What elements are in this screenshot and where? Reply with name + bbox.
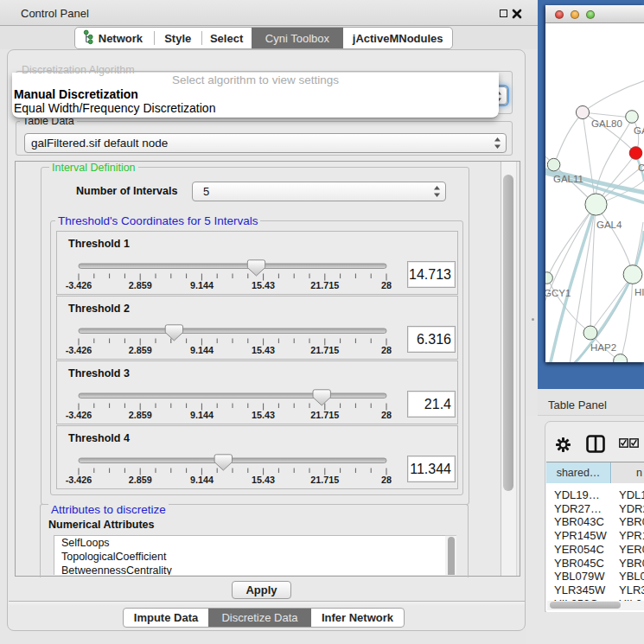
svg-text:GAL4: GAL4 [596, 220, 622, 230]
svg-text:9.144: 9.144 [190, 475, 214, 485]
svg-text:-3.426: -3.426 [66, 345, 92, 355]
svg-text:15.43: 15.43 [252, 345, 275, 355]
svg-text:28: 28 [381, 475, 392, 485]
svg-text:9.144: 9.144 [190, 345, 214, 355]
svg-text:-3.426: -3.426 [66, 475, 92, 485]
svg-text:21.715: 21.715 [310, 280, 339, 290]
svg-text:CD: CD [638, 163, 644, 173]
svg-text:2.859: 2.859 [129, 475, 152, 485]
svg-text:15.43: 15.43 [252, 410, 275, 420]
svg-text:15.43: 15.43 [252, 475, 275, 485]
svg-text:HAP2: HAP2 [590, 342, 616, 353]
svg-text:15.43: 15.43 [252, 280, 275, 290]
svg-text:2.859: 2.859 [129, 345, 152, 355]
svg-text:9.144: 9.144 [190, 280, 214, 290]
svg-text:GAL8: GAL8 [634, 125, 644, 136]
svg-text:21.715: 21.715 [310, 475, 339, 485]
svg-text:-3.426: -3.426 [66, 410, 92, 420]
svg-text:21.715: 21.715 [310, 410, 339, 420]
svg-text:2.859: 2.859 [129, 410, 152, 420]
svg-text:-3.426: -3.426 [66, 280, 92, 290]
svg-text:GAL80: GAL80 [591, 118, 622, 129]
svg-text:GAL11: GAL11 [553, 174, 583, 184]
svg-text:21.715: 21.715 [310, 345, 339, 355]
svg-text:28: 28 [381, 280, 392, 290]
svg-text:9.144: 9.144 [190, 410, 214, 420]
svg-text:28: 28 [381, 410, 392, 420]
svg-text:GCY1: GCY1 [545, 288, 571, 298]
svg-text:28: 28 [381, 345, 392, 355]
svg-text:2.859: 2.859 [129, 280, 152, 290]
svg-text:HI: HI [634, 287, 644, 297]
